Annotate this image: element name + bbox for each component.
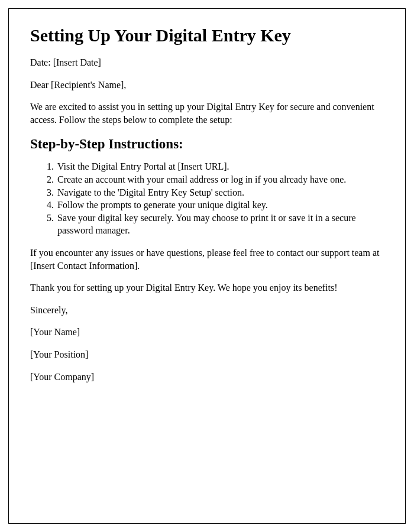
signature-company: [Your Company]	[30, 371, 384, 384]
list-item: Follow the prompts to generate your uniq…	[56, 199, 384, 212]
list-item: Save your digital key securely. You may …	[56, 212, 384, 237]
page-title: Setting Up Your Digital Entry Key	[30, 25, 384, 46]
intro-paragraph: We are excited to assist you in setting …	[30, 100, 384, 126]
signature-position: [Your Position]	[30, 348, 384, 361]
closing: Sincerely,	[30, 304, 384, 317]
steps-list: Visit the Digital Entry Portal at [Inser…	[56, 160, 384, 237]
steps-heading: Step-by-Step Instructions:	[30, 137, 384, 152]
support-paragraph: If you encounter any issues or have ques…	[30, 246, 384, 272]
thanks-paragraph: Thank you for setting up your Digital En…	[30, 281, 384, 294]
salutation: Dear [Recipient's Name],	[30, 79, 384, 92]
date-line: Date: [Insert Date]	[30, 56, 384, 69]
list-item: Navigate to the 'Digital Entry Key Setup…	[56, 186, 384, 199]
list-item: Visit the Digital Entry Portal at [Inser…	[56, 160, 384, 173]
list-item: Create an account with your email addres…	[56, 173, 384, 186]
document-frame: Setting Up Your Digital Entry Key Date: …	[8, 8, 406, 524]
signature-name: [Your Name]	[30, 326, 384, 339]
